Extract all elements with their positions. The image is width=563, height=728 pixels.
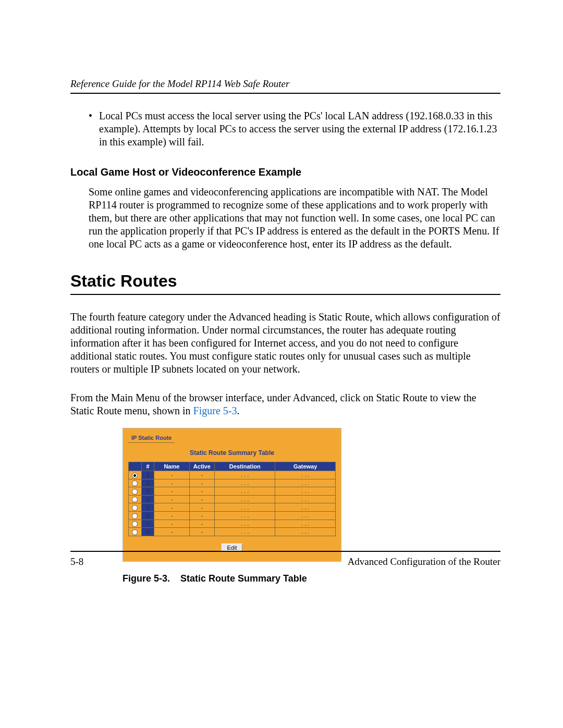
bullet-item: • Local PCs must access the local server… <box>89 109 500 149</box>
panel-tab: IP Static Route <box>128 433 175 443</box>
page-footer: 5-8 Advanced Configuration of the Router <box>70 551 500 567</box>
table-row: 1--. . .. . . <box>129 471 336 479</box>
row-gateway: . . . <box>275 487 336 496</box>
row-destination: . . . <box>215 487 275 496</box>
row-name: - <box>154 471 189 479</box>
row-name: - <box>154 479 189 487</box>
table-row: 6--. . .. . . <box>129 511 336 520</box>
row-gateway: . . . <box>275 471 336 479</box>
figure-title: Static Route Summary Table <box>180 573 307 584</box>
row-radio[interactable] <box>129 520 142 528</box>
row-radio[interactable] <box>129 471 142 479</box>
col-name: Name <box>154 462 189 471</box>
row-name: - <box>154 511 189 520</box>
row-name: - <box>154 528 189 536</box>
table-row: 4--. . .. . . <box>129 495 336 503</box>
row-active: - <box>189 471 215 479</box>
running-header: Reference Guide for the Model RP114 Web … <box>70 78 500 94</box>
paragraph-static-routes-2: From the Main Menu of the browser interf… <box>70 391 500 417</box>
subheading-game-host: Local Game Host or Videoconference Examp… <box>70 166 500 178</box>
row-destination: . . . <box>215 471 275 479</box>
page-number: 5-8 <box>70 556 83 567</box>
row-radio[interactable] <box>129 528 142 536</box>
row-index: 8 <box>141 528 154 536</box>
col-radio <box>129 462 142 471</box>
paragraph-static-routes-1: The fourth feature category under the Ad… <box>70 311 500 376</box>
row-destination: . . . <box>215 495 275 503</box>
col-num: # <box>141 462 154 471</box>
table-row: 7--. . .. . . <box>129 520 336 528</box>
row-active: - <box>189 495 215 503</box>
figure-caption: Figure 5-3. Static Route Summary Table <box>123 573 500 584</box>
row-name: - <box>154 503 189 512</box>
row-gateway: . . . <box>275 479 336 487</box>
table-row: 5--. . .. . . <box>129 503 336 512</box>
row-destination: . . . <box>215 511 275 520</box>
row-active: - <box>189 520 215 528</box>
row-gateway: . . . <box>275 503 336 512</box>
row-gateway: . . . <box>275 495 336 503</box>
figure-ref-link[interactable]: Figure 5-3 <box>193 405 237 416</box>
row-name: - <box>154 495 189 503</box>
table-row: 8--. . .. . . <box>129 528 336 536</box>
col-active: Active <box>189 462 215 471</box>
row-radio[interactable] <box>129 479 142 487</box>
row-radio[interactable] <box>129 503 142 512</box>
section-title: Advanced Configuration of the Router <box>348 556 500 567</box>
figure-number: Figure 5-3. <box>123 573 170 584</box>
row-index: 3 <box>141 487 154 496</box>
row-destination: . . . <box>215 479 275 487</box>
row-index: 2 <box>141 479 154 487</box>
paragraph-game-host: Some online games and videoconferencing … <box>89 186 500 251</box>
row-radio[interactable] <box>129 487 142 496</box>
row-index: 7 <box>141 520 154 528</box>
row-destination: . . . <box>215 520 275 528</box>
row-name: - <box>154 520 189 528</box>
row-index: 1 <box>141 471 154 479</box>
row-active: - <box>189 479 215 487</box>
row-active: - <box>189 503 215 512</box>
heading-static-routes: Static Routes <box>70 272 500 295</box>
col-gateway: Gateway <box>275 462 336 471</box>
row-destination: . . . <box>215 528 275 536</box>
static-route-table: # Name Active Destination Gateway 1--. .… <box>128 462 336 536</box>
col-destination: Destination <box>215 462 275 471</box>
para-text-tail: . <box>237 405 239 416</box>
row-index: 6 <box>141 511 154 520</box>
static-route-panel: IP Static Route Static Route Summary Tab… <box>123 428 341 562</box>
row-active: - <box>189 528 215 536</box>
row-name: - <box>154 487 189 496</box>
panel-title: Static Route Summary Table <box>128 449 336 456</box>
row-radio[interactable] <box>129 495 142 503</box>
table-row: 2--. . .. . . <box>129 479 336 487</box>
table-row: 3--. . .. . . <box>129 487 336 496</box>
row-index: 5 <box>141 503 154 512</box>
row-radio[interactable] <box>129 511 142 520</box>
row-gateway: . . . <box>275 511 336 520</box>
bullet-text: Local PCs must access the local server u… <box>99 109 500 149</box>
row-index: 4 <box>141 495 154 503</box>
para-text: From the Main Menu of the browser interf… <box>70 392 476 416</box>
row-active: - <box>189 511 215 520</box>
row-gateway: . . . <box>275 520 336 528</box>
row-gateway: . . . <box>275 528 336 536</box>
row-destination: . . . <box>215 503 275 512</box>
bullet-icon: • <box>89 109 99 149</box>
row-active: - <box>189 487 215 496</box>
